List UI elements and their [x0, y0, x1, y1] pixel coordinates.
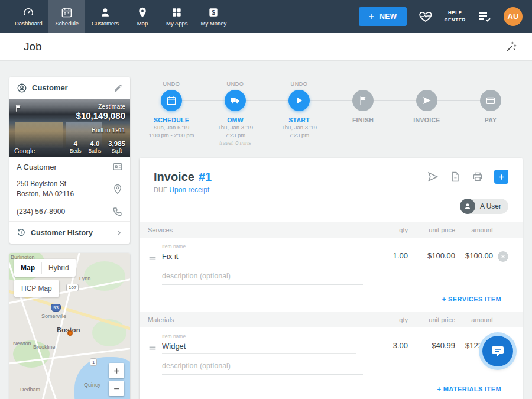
dashboard-icon: [22, 7, 34, 18]
phone-icon[interactable]: [112, 206, 123, 217]
service-unit-price[interactable]: $100.00: [408, 251, 455, 264]
nav-item-my-money[interactable]: $ My Money: [194, 0, 233, 33]
customer-card-header: Customer: [9, 77, 130, 99]
app-root: Dashboard Schedule Customers Map: [0, 0, 532, 399]
top-navbar: Dashboard Schedule Customers Map: [0, 0, 532, 33]
step-finish: FINISH: [331, 80, 395, 151]
zoom-out-button[interactable]: [109, 381, 124, 396]
step-label: SCHEDULE: [154, 116, 189, 124]
step-time: 7:23 pm: [225, 131, 245, 139]
print-icon[interactable]: [472, 171, 484, 183]
nav-label: My Money: [200, 20, 226, 27]
invoice-header: Invoice #1 D: [140, 158, 523, 194]
chevron-right-icon: [115, 229, 123, 237]
undo-omw-button[interactable]: UNDO: [227, 80, 244, 87]
step-pay: PAY: [459, 80, 523, 151]
customer-phone: (234) 567-8900: [17, 207, 65, 216]
step-label: OMW: [227, 116, 244, 124]
add-material-row: + MATERIALS ITEM: [140, 383, 523, 394]
google-watermark: Google: [14, 147, 35, 154]
photo-storefront-glass: [15, 122, 63, 148]
send-invoice-icon[interactable]: [427, 171, 439, 183]
step-label: INVOICE: [413, 116, 440, 124]
due-row: DUE Upon receipt: [154, 186, 508, 194]
invoice-step-icon[interactable]: [416, 90, 437, 111]
qty-column-header: qty: [366, 226, 408, 233]
new-button[interactable]: NEW: [359, 7, 406, 26]
nav-right: NEW HELP CENTER AU: [359, 0, 532, 33]
omw-step-icon[interactable]: [225, 90, 246, 111]
finish-step-icon[interactable]: [352, 90, 374, 111]
nav-item-dashboard[interactable]: Dashboard: [8, 0, 48, 33]
material-unit-price[interactable]: $40.99: [408, 341, 455, 354]
customer-history-row[interactable]: Customer History: [9, 221, 130, 244]
nav-item-my-apps[interactable]: My Apps: [160, 0, 194, 33]
service-description-input[interactable]: [162, 270, 363, 285]
chat-launcher-button[interactable]: [482, 336, 513, 366]
location-pin-icon[interactable]: [112, 184, 123, 194]
map-label: Lynn: [79, 275, 90, 281]
remove-item-icon[interactable]: [498, 251, 508, 262]
services-header-band: Services qty unit price amount: [140, 222, 523, 238]
undo-start-button[interactable]: UNDO: [291, 80, 308, 87]
user-avatar[interactable]: AU: [504, 7, 523, 26]
services-section-label: Services: [148, 226, 366, 233]
map-view-button[interactable]: Map: [14, 259, 41, 277]
service-item-row: Item name 1.00 $100.00 $100.00: [140, 238, 523, 265]
step-date: Thu, Jan 3 '19: [281, 124, 317, 131]
drag-handle-icon[interactable]: [148, 254, 157, 263]
material-item-name-input[interactable]: [162, 340, 356, 354]
amount-column-header: amount: [455, 316, 493, 323]
step-date: Sun, Jan 6 '19: [154, 124, 189, 131]
nav-item-customers[interactable]: Customers: [85, 0, 125, 33]
edit-customer-icon[interactable]: [113, 83, 123, 93]
customer-phone-row: (234) 567-8900: [9, 202, 130, 221]
materials-header-band: Materials qty unit price amount: [140, 312, 523, 327]
add-material-item-button[interactable]: + MATERIALS ITEM: [437, 385, 501, 392]
unit-price-column-header: unit price: [408, 226, 455, 233]
start-step-icon[interactable]: [288, 90, 310, 111]
customers-icon: [99, 7, 111, 18]
customer-address-row: 250 Boylston St Boston, MA 02116: [9, 176, 130, 202]
customer-name: A Customer: [17, 163, 57, 171]
drag-handle-icon[interactable]: [148, 343, 157, 353]
schedule-icon: [61, 7, 73, 18]
material-qty[interactable]: 3.00: [366, 341, 408, 354]
service-item-name-input[interactable]: [162, 251, 356, 264]
contact-card-icon[interactable]: [112, 161, 123, 172]
service-qty[interactable]: 1.00: [366, 251, 408, 264]
nav-item-map[interactable]: Map: [125, 0, 160, 33]
material-description-input[interactable]: [162, 360, 363, 375]
job-tools-icon[interactable]: [505, 40, 518, 53]
apps-grid-icon: [171, 7, 183, 18]
route-shield: 1: [90, 358, 97, 366]
job-location-marker: [67, 330, 73, 336]
map-canvas[interactable]: Burlington Lynn Somerville Boston Newton…: [9, 253, 130, 399]
due-terms-link[interactable]: Upon receipt: [169, 186, 209, 194]
hcp-map-button[interactable]: HCP Map: [14, 280, 59, 297]
pdf-icon[interactable]: [449, 171, 461, 183]
add-invoice-button[interactable]: [494, 170, 508, 184]
schedule-step-icon[interactable]: [161, 90, 182, 111]
step-invoice: INVOICE: [395, 80, 459, 151]
nav-item-schedule[interactable]: Schedule: [48, 0, 85, 33]
zoom-in-button[interactable]: [109, 363, 124, 378]
money-icon: $: [207, 7, 219, 18]
item-name-label: Item name: [162, 333, 366, 339]
pay-step-icon[interactable]: [480, 90, 501, 111]
map-widget: Burlington Lynn Somerville Boston Newton…: [9, 253, 130, 399]
undo-schedule-button[interactable]: UNDO: [163, 80, 180, 87]
property-photo: Zestimate $10,149,080 Built in 1911 4Bed…: [9, 99, 130, 157]
heart-icon[interactable]: [419, 9, 433, 24]
add-service-item-button[interactable]: + SERVICES ITEM: [442, 296, 501, 303]
help-center-link[interactable]: HELP CENTER: [445, 9, 466, 22]
hybrid-view-button[interactable]: Hybrid: [42, 259, 76, 277]
nav-label: Customers: [92, 20, 119, 27]
invoice-number-link[interactable]: #1: [199, 170, 212, 184]
baths-label: Baths: [88, 148, 101, 154]
add-service-row: + SERVICES ITEM: [140, 293, 523, 304]
built-year: Built in 1911: [76, 126, 125, 134]
customer-name-row: A Customer: [9, 157, 130, 176]
edit-list-icon[interactable]: [478, 9, 492, 24]
assignee-chip[interactable]: A User: [460, 199, 508, 214]
